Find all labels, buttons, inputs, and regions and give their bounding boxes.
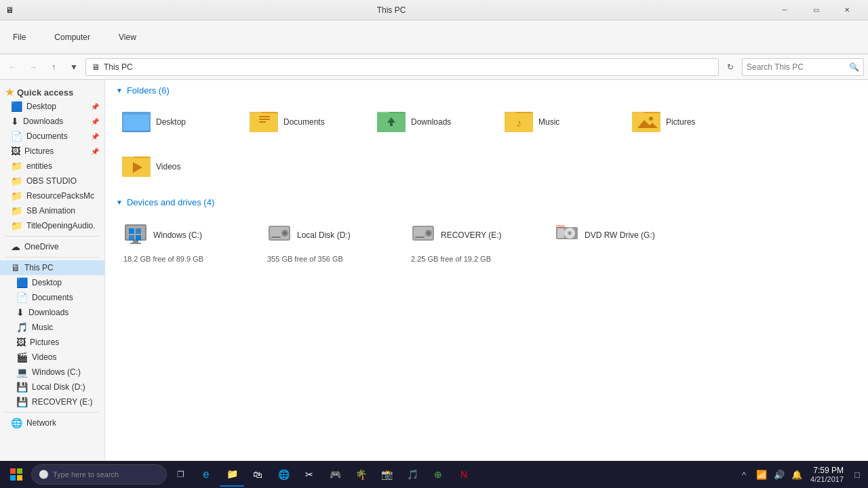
address-bar: ← → ↑ ▼ 🖥 This PC ↻ 🔍: [0, 54, 868, 80]
search-input[interactable]: [747, 62, 849, 72]
xbox-button[interactable]: ⊕: [426, 462, 450, 487]
tab-file[interactable]: File: [5, 29, 33, 45]
sidebar-item-desktop-quick[interactable]: 🟦 Desktop 📌: [0, 99, 104, 114]
sidebar-item-sbanimation[interactable]: 📁 SB Animation: [0, 203, 104, 218]
folder-icon2: 📁: [11, 176, 22, 186]
folder-icon: 📁: [11, 161, 22, 171]
tray-network[interactable]: 📶: [753, 462, 770, 487]
pin-icon2: 📌: [91, 118, 99, 125]
sidebar-item-resourcepacks[interactable]: 📁 ResourcePacksMc: [0, 188, 104, 203]
back-button[interactable]: ←: [4, 58, 22, 76]
store-button[interactable]: 🛍: [245, 462, 270, 487]
tray-notification[interactable]: 🔔: [789, 462, 805, 487]
sidebar-item-music-pc[interactable]: 🎵 Music: [0, 320, 104, 335]
tray-clock[interactable]: 7:59 PM 4/21/2017: [806, 466, 848, 483]
sidebar-item-videos-pc[interactable]: 🎬 Videos: [0, 350, 104, 365]
address-path[interactable]: 🖥 This PC: [85, 58, 719, 76]
folder-pictures[interactable]: Pictures: [626, 102, 748, 142]
sidebar-item-pictures-quick[interactable]: 🖼 Pictures 📌: [0, 144, 104, 159]
folders-title: Folders (6): [127, 85, 170, 96]
refresh-button[interactable]: ↻: [722, 58, 739, 76]
up-button[interactable]: ↑: [45, 58, 62, 76]
app3-button[interactable]: 🌴: [349, 462, 373, 487]
sidebar-item-windowsc[interactable]: 💻 Windows (C:): [0, 365, 104, 380]
sidebar-item-locald[interactable]: 💾 Local Disk (D:): [0, 380, 104, 394]
pictures2-icon: 🖼: [16, 337, 26, 348]
sidebar-obs-label: OBS STUDIO: [26, 176, 77, 186]
recent-button[interactable]: ▼: [65, 58, 83, 76]
chrome-button[interactable]: 🌐: [271, 462, 296, 487]
drive-windows-c[interactable]: Windows (C:) 18.2 GB free of 89.9 GB: [116, 214, 252, 268]
explorer-button[interactable]: 📁: [220, 462, 244, 487]
sidebar-item-pictures-pc[interactable]: 🖼 Pictures: [0, 335, 104, 350]
pin-icon4: 📌: [91, 148, 99, 155]
sidebar-item-desktop-pc[interactable]: 🟦 Desktop: [0, 275, 104, 290]
downloads2-icon: ⬇: [16, 307, 24, 318]
locald-icon: 💾: [16, 382, 28, 392]
sidebar: ★ Quick access 🟦 Desktop 📌 ⬇ Downloads 📌…: [0, 80, 105, 469]
netflix-button[interactable]: N: [452, 462, 476, 487]
folder-downloads[interactable]: Downloads: [371, 102, 493, 142]
svg-rect-33: [136, 228, 141, 234]
action-center[interactable]: □: [849, 462, 865, 487]
folder-music[interactable]: ♪ Music: [498, 102, 620, 142]
taskbar-tray: ^ 📶 🔊 🔔 7:59 PM 4/21/2017 □: [736, 462, 865, 487]
folder-icon3: 📁: [11, 190, 22, 201]
taskview-button[interactable]: ❐: [168, 462, 193, 487]
edge-button[interactable]: e: [194, 462, 218, 487]
taskbar-search-box[interactable]: ⚪ Type here to search: [31, 464, 167, 485]
app2-button[interactable]: 🎮: [323, 462, 347, 487]
sidebar-documents-label: Documents: [26, 131, 68, 141]
quick-access-label: Quick access: [17, 87, 73, 98]
taskbar-search-text: Type here to search: [53, 470, 119, 479]
tray-chevron[interactable]: ^: [736, 462, 752, 487]
drive-recovery-e[interactable]: RECOVERY (E:) 2.25 GB free of 19.2 GB: [403, 214, 539, 268]
app5-button[interactable]: 🎵: [400, 462, 425, 487]
sidebar-item-downloads-pc[interactable]: ⬇ Downloads: [0, 305, 104, 320]
forward-button[interactable]: →: [24, 58, 42, 76]
folder-documents[interactable]: Documents: [243, 102, 366, 142]
svg-rect-31: [130, 243, 141, 244]
sidebar-item-documents-quick[interactable]: 📄 Documents 📌: [0, 129, 104, 144]
drive-dvd-g[interactable]: DVD DVD RW Drive (G:): [547, 214, 683, 268]
folders-grid: Desktop Documents: [116, 102, 857, 186]
sidebar-item-entities[interactable]: 📁 entities: [0, 159, 104, 174]
app4-button[interactable]: 📸: [374, 462, 399, 487]
folder-pictures-name: Pictures: [666, 117, 695, 127]
recoverye-icon: 💾: [16, 396, 28, 407]
sidebar-item-obs[interactable]: 📁 OBS STUDIO: [0, 174, 104, 188]
app1-button[interactable]: ✂: [297, 462, 321, 487]
folder-videos[interactable]: Videos: [116, 147, 238, 186]
folder-music-name: Music: [538, 117, 559, 127]
start-button[interactable]: [3, 461, 30, 488]
minimize-button[interactable]: ─: [769, 0, 800, 20]
sidebar-item-thispc[interactable]: 🖥 This PC: [0, 260, 104, 275]
sidebar-item-titleopening[interactable]: 📁 TitleOpeningAudio.: [0, 218, 104, 233]
pin-icon3: 📌: [91, 133, 99, 140]
folder-icon4: 📁: [11, 205, 22, 216]
sidebar-resourcepacks-label: ResourcePacksMc: [26, 191, 94, 201]
folder-desktop[interactable]: Desktop: [116, 102, 238, 142]
tray-sound[interactable]: 🔊: [771, 462, 787, 487]
svg-rect-54: [10, 475, 16, 481]
drive-local-d[interactable]: Local Disk (D:) 355 GB free of 356 GB: [260, 214, 395, 268]
sidebar-item-onedrive[interactable]: ☁ OneDrive: [0, 239, 104, 254]
svg-rect-34: [129, 235, 134, 241]
svg-point-39: [283, 232, 286, 235]
drives-section-header[interactable]: ▼ Devices and drives (4): [116, 197, 857, 207]
sidebar-item-documents-pc[interactable]: 📄 Documents: [0, 290, 104, 305]
folders-section-header[interactable]: ▼ Folders (6): [116, 85, 857, 96]
tab-view[interactable]: View: [111, 29, 144, 45]
maximize-button[interactable]: ▭: [800, 0, 831, 20]
sidebar-music-label: Music: [32, 323, 53, 332]
svg-rect-53: [17, 468, 22, 474]
divider2: [5, 257, 99, 258]
sidebar-item-recoverye[interactable]: 💾 RECOVERY (E:): [0, 394, 104, 409]
taskbar-search-icon: ⚪: [39, 470, 49, 479]
close-button[interactable]: ✕: [831, 0, 863, 20]
sidebar-item-network[interactable]: 🌐 Network: [0, 415, 104, 430]
sidebar-item-downloads-quick[interactable]: ⬇ Downloads 📌: [0, 114, 104, 129]
svg-rect-35: [136, 235, 141, 241]
tab-computer[interactable]: Computer: [47, 29, 98, 45]
windows-drive-icon: [123, 220, 148, 249]
